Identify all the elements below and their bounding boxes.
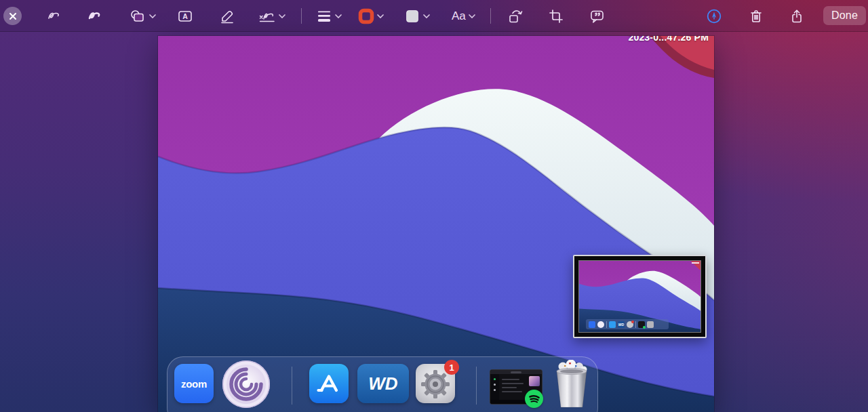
fill-color-button[interactable] (404, 0, 430, 32)
canvas-area: 2023-0...47.26 PM zoom (0, 0, 868, 412)
draw-icon (87, 8, 104, 24)
chevron-down-icon (423, 14, 430, 18)
signature-icon (258, 8, 276, 24)
pip-dock-divider (635, 321, 636, 328)
markup-toolbar: A (0, 0, 868, 32)
markup-pen-button[interactable] (706, 0, 722, 32)
rotate-icon (507, 8, 524, 24)
svg-text:A: A (182, 12, 188, 20)
sketch-tool-button[interactable] (47, 0, 63, 32)
close-icon (3, 7, 22, 25)
pip-timestamp-smudge (692, 262, 699, 264)
highlight-tool-button[interactable] (219, 0, 235, 32)
markup-window: A (0, 0, 868, 412)
rotate-button[interactable] (507, 0, 524, 32)
border-color-swatch (358, 8, 374, 24)
chevron-down-icon (279, 14, 285, 18)
done-label: Done (831, 9, 858, 22)
border-color-button[interactable] (358, 0, 384, 32)
screenshot-filename: 2023-0...47.26 PM (628, 36, 709, 43)
chevron-down-icon (377, 14, 384, 18)
pip-settings-icon (627, 321, 633, 328)
pip-spotify-icon (638, 321, 645, 328)
pip-trash-icon (647, 321, 654, 328)
chevron-down-icon (335, 14, 342, 18)
notification-badge: 1 (444, 360, 459, 375)
shapes-tool-button[interactable] (129, 0, 156, 32)
pip-bittorrent-icon (597, 321, 604, 328)
spotify-badge-icon (525, 390, 543, 408)
sketch-icon (47, 8, 63, 24)
crop-button[interactable] (548, 0, 564, 32)
desktop-wallpaper (158, 36, 714, 412)
draw-tool-button[interactable] (87, 0, 104, 32)
dock: zoom (167, 356, 598, 412)
toolbar-divider (301, 8, 302, 24)
share-icon (789, 8, 805, 24)
pip-wd-icon: WD (618, 321, 625, 328)
crop-icon (548, 8, 564, 24)
shapes-icon (129, 8, 146, 24)
font-tool-label: Aa (452, 9, 466, 23)
bittorrent-app-icon (222, 360, 271, 409)
text-tool-button[interactable]: A (177, 0, 193, 32)
chevron-down-icon (149, 14, 156, 18)
pip-mini-dock: WD (586, 319, 669, 329)
trash-full-icon (551, 360, 592, 409)
line-weight-button[interactable] (316, 0, 342, 32)
delete-button[interactable] (748, 0, 764, 32)
wd-app-icon: WD (357, 364, 409, 403)
pip-zoom-icon (589, 321, 595, 328)
trash-icon (748, 8, 764, 24)
pip-app-store-icon (609, 321, 616, 328)
zoom-app-icon: zoom (174, 364, 214, 403)
caption-bubble-icon (589, 8, 606, 24)
app-store-app-icon (309, 364, 349, 403)
zoom-app-label: zoom (181, 378, 207, 390)
fill-color-swatch (404, 8, 420, 24)
markup-pen-icon (706, 8, 722, 24)
dock-divider (292, 367, 292, 405)
pip-screenshot: WD (578, 260, 701, 333)
pip-dock-divider (606, 321, 607, 328)
caption-button[interactable] (589, 0, 606, 32)
done-button[interactable]: Done (823, 6, 866, 25)
chevron-down-icon (469, 14, 475, 18)
line-weight-icon (316, 8, 332, 24)
screenshot-image[interactable]: 2023-0...47.26 PM zoom (158, 36, 714, 412)
toolbar-divider (490, 8, 491, 24)
wd-app-label: WD (368, 373, 397, 394)
text-tool-icon: A (177, 8, 193, 24)
pip-thumbnail: WD (573, 255, 707, 338)
signature-tool-button[interactable] (258, 0, 285, 32)
highlighter-icon (219, 8, 235, 24)
font-style-button[interactable]: Aa (452, 0, 475, 32)
share-button[interactable] (789, 0, 805, 32)
system-settings-app-icon: 1 (416, 364, 455, 403)
dock-divider (476, 367, 477, 405)
close-button[interactable] (3, 0, 22, 32)
